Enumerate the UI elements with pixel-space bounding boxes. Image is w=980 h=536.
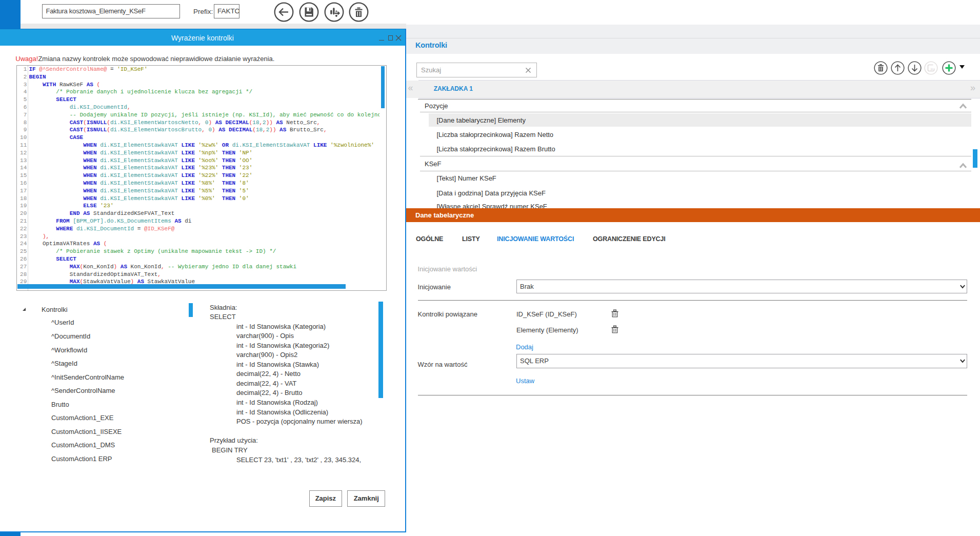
svg-text:»: » (930, 66, 933, 71)
